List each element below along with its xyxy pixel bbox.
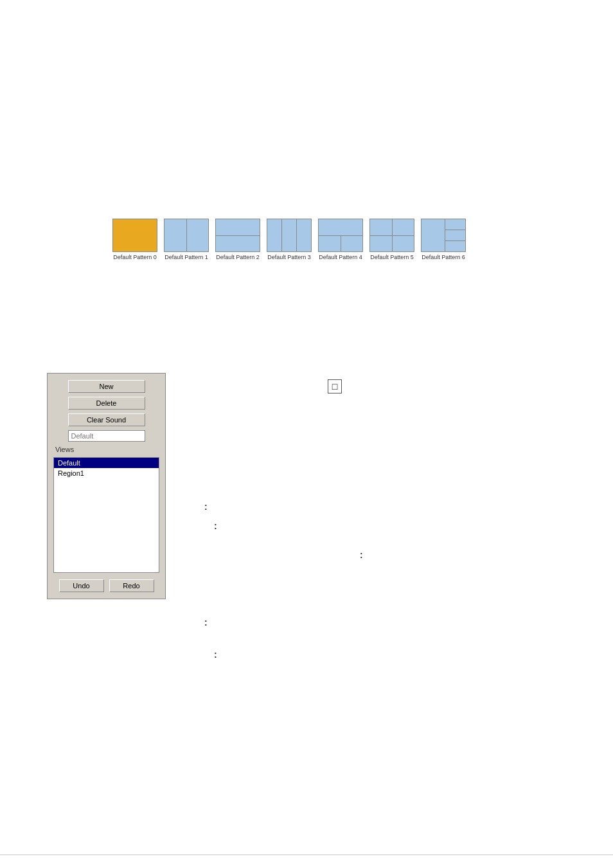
pattern-box-3[interactable] (267, 219, 312, 252)
pattern-box-4[interactable] (318, 219, 363, 252)
sidebar-panel: New Delete Clear Sound Views Default Reg… (47, 373, 166, 599)
pattern-label-0: Default Pattern 0 (113, 254, 157, 260)
pattern-label-2: Default Pattern 2 (216, 254, 260, 260)
patterns-container: Default Pattern 0 Default Pattern 1 Defa… (112, 219, 466, 260)
pattern-box-5[interactable] (369, 219, 414, 252)
dot-mark-2: : (214, 521, 217, 531)
pattern-box-2[interactable] (215, 219, 260, 252)
undo-button[interactable]: Undo (59, 579, 104, 592)
pattern-item-2[interactable]: Default Pattern 2 (215, 219, 260, 260)
pattern-item-3[interactable]: Default Pattern 3 (267, 219, 312, 260)
views-list[interactable]: Default Region1 (53, 457, 159, 573)
bottom-separator (0, 854, 613, 855)
pattern-item-5[interactable]: Default Pattern 5 (369, 219, 414, 260)
views-list-item-region1[interactable]: Region1 (54, 468, 159, 478)
pattern-label-3: Default Pattern 3 (267, 254, 311, 260)
new-button[interactable]: New (68, 380, 145, 393)
bottom-buttons: Undo Redo (53, 579, 160, 592)
pattern-box-0[interactable] (112, 219, 157, 252)
pattern-item-1[interactable]: Default Pattern 1 (164, 219, 209, 260)
dot-mark-5: : (214, 649, 217, 660)
pattern-label-1: Default Pattern 1 (164, 254, 208, 260)
views-label: Views (55, 446, 160, 453)
pattern-box-6[interactable] (421, 219, 466, 252)
pattern-item-0[interactable]: Default Pattern 0 (112, 219, 157, 260)
name-input[interactable] (68, 430, 145, 442)
dot-mark-4: : (204, 617, 208, 628)
pattern-box-1[interactable] (164, 219, 209, 252)
document-icon[interactable]: □ (328, 379, 342, 393)
pattern-item-6[interactable]: Default Pattern 6 (421, 219, 466, 260)
redo-button[interactable]: Redo (109, 579, 154, 592)
views-list-item-default[interactable]: Default (54, 458, 159, 468)
pattern-label-4: Default Pattern 4 (319, 254, 362, 260)
clear-sound-button[interactable]: Clear Sound (68, 413, 145, 426)
dot-mark-1: : (204, 502, 208, 512)
dot-mark-3: : (360, 550, 363, 560)
pattern-label-5: Default Pattern 5 (370, 254, 414, 260)
pattern-label-6: Default Pattern 6 (422, 254, 465, 260)
pattern-item-4[interactable]: Default Pattern 4 (318, 219, 363, 260)
delete-button[interactable]: Delete (68, 397, 145, 410)
